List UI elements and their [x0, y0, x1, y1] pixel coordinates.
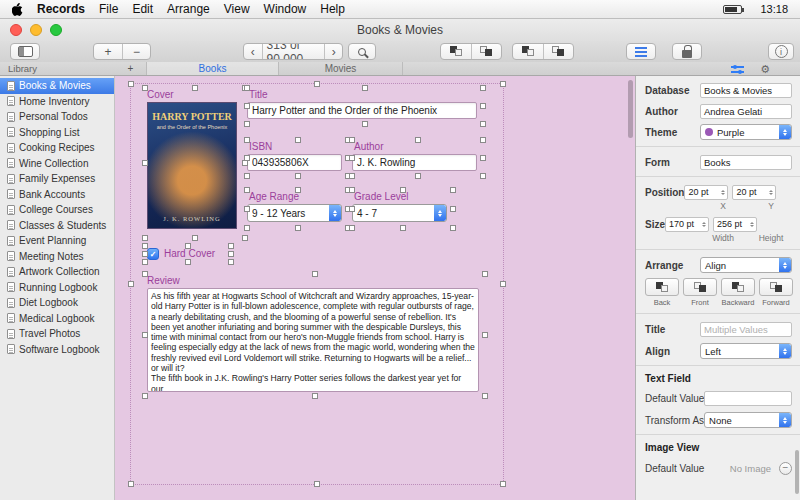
isbn-field[interactable]: 043935806X: [247, 154, 342, 171]
selection-handle[interactable]: [482, 332, 488, 338]
grade-level-dropdown[interactable]: 4 - 7: [352, 204, 447, 222]
selection-handle[interactable]: [244, 85, 250, 91]
selection-handle[interactable]: [400, 225, 406, 231]
previous-record-button[interactable]: ‹: [244, 44, 262, 59]
author-field-group[interactable]: Author J. K. Rowling: [352, 140, 483, 176]
menu-item-window[interactable]: Window: [264, 2, 307, 16]
selection-handle[interactable]: [480, 155, 486, 161]
position-y-field[interactable]: 20 pt: [732, 185, 776, 200]
review-field[interactable]: As his fifth year at Hogwarts School of …: [147, 288, 479, 392]
sidebar-item-college-courses[interactable]: College Courses: [0, 202, 114, 218]
selection-handle[interactable]: [242, 235, 248, 241]
selection-handle[interactable]: [480, 103, 486, 109]
inspector-sliders-icon[interactable]: [731, 64, 744, 74]
remove-record-button[interactable]: −: [122, 44, 150, 59]
selection-handle[interactable]: [500, 481, 506, 487]
default-value-field[interactable]: [704, 391, 792, 406]
selection-handle[interactable]: [142, 235, 148, 241]
arrange-dropdown[interactable]: Align: [700, 257, 792, 273]
search-button[interactable]: [348, 43, 376, 60]
selection-handle[interactable]: [349, 187, 355, 193]
book-cover-image[interactable]: HARRY POTTER and the Order of the Phoeni…: [147, 102, 237, 229]
author-field[interactable]: J. K. Rowling: [352, 154, 477, 171]
apple-menu-icon[interactable]: [12, 2, 23, 16]
bring-to-front-button[interactable]: [471, 44, 501, 59]
selection-handle[interactable]: [480, 85, 486, 91]
selection-handle[interactable]: [244, 206, 250, 212]
selection-handle[interactable]: [500, 81, 506, 87]
selection-handle[interactable]: [349, 225, 355, 231]
selection-handle[interactable]: [185, 243, 191, 249]
sidebar-item-wine-collection[interactable]: Wine Collection: [0, 156, 114, 172]
selection-handle[interactable]: [142, 271, 148, 277]
selection-handle[interactable]: [349, 173, 355, 179]
arrange-front-button[interactable]: [683, 278, 717, 296]
isbn-field-group[interactable]: ISBN 043935806X: [247, 140, 348, 176]
db-author-field[interactable]: Andrea Gelati: [700, 104, 792, 119]
selection-handle[interactable]: [362, 85, 368, 91]
selection-handle[interactable]: [244, 121, 250, 127]
selection-handle[interactable]: [400, 187, 406, 193]
canvas-scrollbar[interactable]: [628, 80, 633, 138]
minimize-button[interactable]: [30, 24, 42, 36]
selection-handle[interactable]: [142, 393, 148, 399]
sidebar-item-event-planning[interactable]: Event Planning: [0, 233, 114, 249]
selection-handle[interactable]: [295, 187, 301, 193]
sidebar-item-software-logbook[interactable]: Software Logbook: [0, 342, 114, 358]
position-x-field[interactable]: 20 pt: [684, 185, 728, 200]
sidebar-item-classes-students[interactable]: Classes & Students: [0, 218, 114, 234]
inspector-scrollbar[interactable]: [795, 450, 799, 494]
form-field[interactable]: Books: [700, 155, 792, 170]
menu-item-view[interactable]: View: [224, 2, 250, 16]
sidebar-item-cooking-recipes[interactable]: Cooking Recipes: [0, 140, 114, 156]
size-height-field[interactable]: 256 pt: [713, 217, 757, 232]
selection-handle[interactable]: [362, 121, 368, 127]
sidebar-item-home-inventory[interactable]: Home Inventory: [0, 94, 114, 110]
element-title-field[interactable]: Multiple Values: [700, 322, 792, 337]
bring-forward-button[interactable]: [543, 44, 573, 59]
add-form-tab-button[interactable]: +: [115, 62, 147, 75]
selection-handle[interactable]: [295, 137, 301, 143]
tab-books[interactable]: Books: [147, 62, 279, 75]
sidebar-item-artwork-collection[interactable]: Artwork Collection: [0, 264, 114, 280]
menu-item-arrange[interactable]: Arrange: [167, 2, 210, 16]
remove-image-button[interactable]: −: [779, 462, 792, 475]
sidebar-item-bank-accounts[interactable]: Bank Accounts: [0, 187, 114, 203]
selection-handle[interactable]: [349, 206, 355, 212]
sidebar-item-running-logbook[interactable]: Running Logbook: [0, 280, 114, 296]
selection-handle[interactable]: [295, 173, 301, 179]
selection-handle[interactable]: [142, 332, 148, 338]
review-field-group[interactable]: Review As his fifth year at Hogwarts Sch…: [145, 274, 485, 396]
selection-handle[interactable]: [244, 173, 250, 179]
gear-icon[interactable]: ⚙: [760, 62, 770, 76]
sidebar-item-shopping-list[interactable]: Shopping List: [0, 125, 114, 141]
selection-handle[interactable]: [185, 259, 191, 265]
selection-handle[interactable]: [314, 81, 320, 87]
title-field-group[interactable]: Title Harry Potter and the Order of the …: [247, 88, 483, 124]
selection-handle[interactable]: [312, 271, 318, 277]
theme-dropdown[interactable]: Purple: [700, 124, 792, 140]
hard-cover-field-group[interactable]: ✓ Hard Cover: [145, 246, 231, 262]
selection-handle[interactable]: [244, 187, 250, 193]
selection-handle[interactable]: [228, 259, 234, 265]
size-width-field[interactable]: 170 pt: [665, 217, 709, 232]
selection-handle[interactable]: [415, 137, 421, 143]
form-editor-canvas[interactable]: Cover HARRY POTTER and the Order of the …: [115, 76, 635, 500]
sidebar-toggle-button[interactable]: [10, 43, 40, 60]
grade-level-field-group[interactable]: Grade Level 4 - 7: [352, 190, 453, 228]
selection-handle[interactable]: [192, 85, 198, 91]
selection-handle[interactable]: [480, 173, 486, 179]
stepper-icon[interactable]: [769, 190, 773, 195]
selection-handle[interactable]: [142, 259, 148, 265]
close-button[interactable]: [10, 24, 22, 36]
selection-handle[interactable]: [480, 137, 486, 143]
selection-handle[interactable]: [349, 155, 355, 161]
sidebar-item-family-expenses[interactable]: Family Expenses: [0, 171, 114, 187]
hard-cover-checkbox[interactable]: ✓: [147, 248, 159, 260]
arrange-backward-button[interactable]: [721, 278, 755, 296]
selection-handle[interactable]: [228, 243, 234, 249]
database-field[interactable]: Books & Movies: [700, 83, 792, 98]
selection-handle[interactable]: [482, 393, 488, 399]
lock-button[interactable]: [672, 43, 702, 60]
menu-item-help[interactable]: Help: [320, 2, 345, 16]
